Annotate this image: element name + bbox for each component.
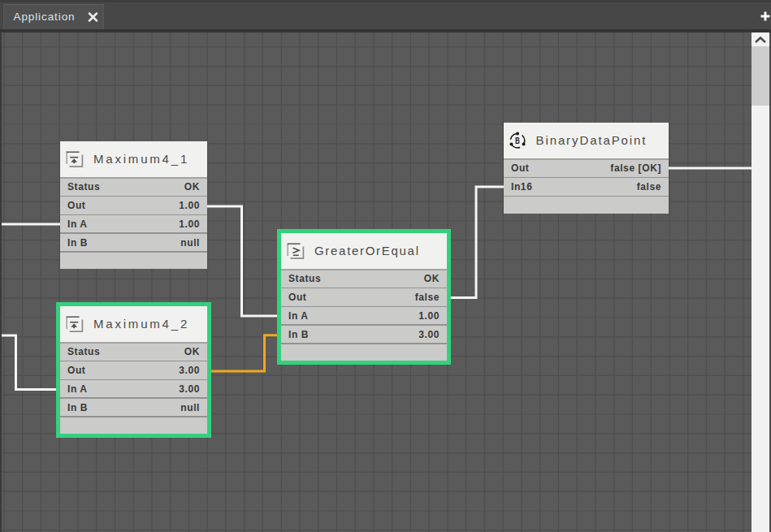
svg-text:B: B	[515, 136, 520, 145]
